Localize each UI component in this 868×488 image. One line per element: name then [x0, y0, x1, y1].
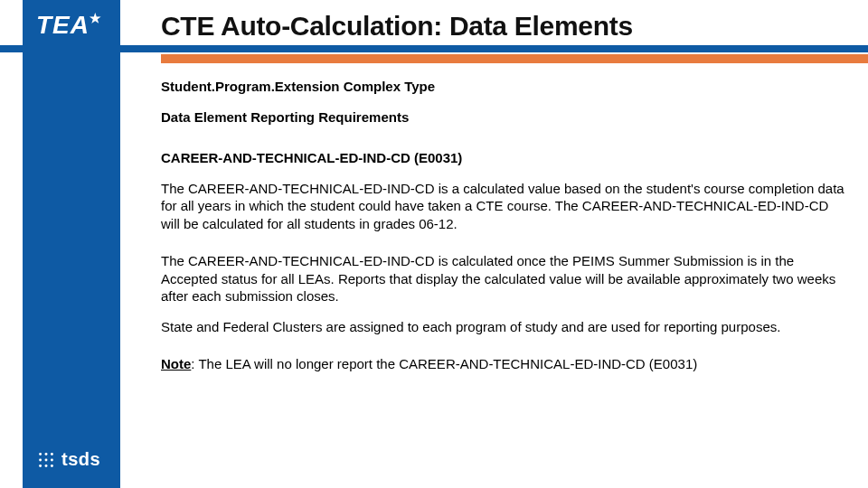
left-sidebar-band [23, 0, 120, 488]
svg-point-8 [51, 464, 53, 466]
tsds-logo: tsds [36, 449, 100, 470]
tea-logo: TEA★ [36, 11, 102, 40]
svg-point-7 [45, 464, 48, 466]
page-title: CTE Auto-Calculation: Data Elements [161, 11, 850, 42]
note-label: Note [161, 356, 191, 371]
star-icon: ★ [90, 11, 102, 25]
complex-type-heading: Student.Program.Extension Complex Type [161, 78, 848, 96]
element-heading: CAREER-AND-TECHNICAL-ED-IND-CD (E0031) [161, 149, 848, 167]
orange-accent-bar [161, 54, 868, 63]
paragraph-3: State and Federal Clusters are assigned … [161, 318, 848, 336]
top-blue-bar [0, 45, 868, 52]
svg-point-2 [51, 453, 53, 455]
svg-point-4 [45, 458, 48, 461]
svg-point-6 [39, 464, 42, 466]
note-text: : The LEA will no longer report the CARE… [191, 356, 697, 371]
paragraph-1: The CAREER-AND-TECHNICAL-ED-IND-CD is a … [161, 180, 848, 233]
title-area: CTE Auto-Calculation: Data Elements [161, 11, 850, 42]
subhead: Data Element Reporting Requirements [161, 108, 848, 127]
svg-point-3 [39, 458, 42, 461]
svg-point-1 [45, 453, 48, 455]
slide: TEA★ tsds CTE Auto-Calculation: Data Ele… [0, 0, 868, 488]
svg-point-5 [51, 458, 53, 461]
body-content: Student.Program.Extension Complex Type D… [161, 78, 848, 386]
dots-grid-icon [36, 450, 56, 470]
tea-logo-text: TEA [36, 11, 90, 39]
tsds-logo-text: tsds [61, 449, 100, 470]
note-line: Note: The LEA will no longer report the … [161, 355, 848, 373]
svg-point-0 [39, 453, 42, 455]
paragraph-2: The CAREER-AND-TECHNICAL-ED-IND-CD is ca… [161, 252, 848, 305]
